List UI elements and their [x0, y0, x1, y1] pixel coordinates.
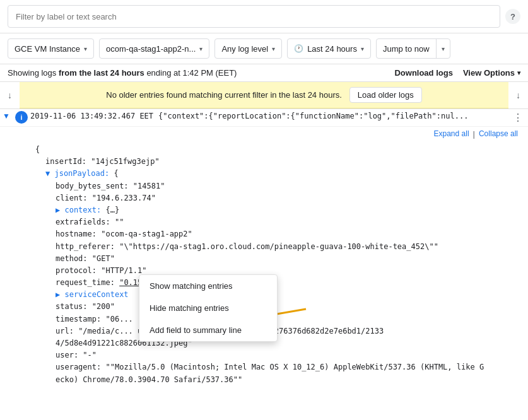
context-menu: Show matching entries Hide matching entr… [139, 274, 278, 342]
time-range-dropdown[interactable]: 🕐 Last 24 hours ▾ [287, 38, 371, 59]
context-menu-item-add-field[interactable]: Add field to summary line [139, 319, 277, 341]
method-row: method: "GET" [35, 253, 528, 265]
status-actions: Download logs View Options ▾ [394, 68, 520, 78]
resource-dropdown[interactable]: GCE VM Instance ▾ [8, 38, 94, 59]
context-row: ▶ context: {…} [35, 204, 528, 216]
separator: | [473, 129, 475, 139]
body-bytes-row: body_bytes_sent: "14581" [35, 180, 528, 192]
client-row: client: "194.6.233.74" [35, 192, 528, 204]
log-viewer: ↓ No older entries found matching curren… [0, 82, 528, 411]
resource-dropdown-arrow: ▾ [84, 45, 87, 52]
expand-collapse-bar: Expand all | Collapse all [5, 127, 528, 141]
log-timestamp: 2019-11-06 13:49:32.467 EET [30, 109, 158, 123]
view-options-link[interactable]: View Options ▾ [463, 68, 520, 78]
log-entry-row: ▼ i 2019-11-06 13:49:32.467 EET {"contex… [0, 109, 528, 127]
insert-id-row: insertId: "14jc51fwg3ejp" [35, 156, 528, 168]
banner-message: No older entries found matching current … [106, 90, 342, 100]
clock-icon: 🕐 [294, 44, 303, 53]
extrafields-row: extrafields: "" [35, 216, 528, 228]
log-brace-open: { [35, 144, 528, 156]
http-referer-row: http_referer: "\"https://qa-stag1.oro.cl… [35, 241, 528, 253]
collapse-all-link[interactable]: Collapse all [479, 129, 518, 139]
filter-bar: ? [0, 0, 528, 33]
service-context-row: ▶ serviceContext [35, 289, 528, 301]
json-payload-row: ▼ jsonPayload: { [35, 168, 528, 180]
expand-all-link[interactable]: Expand all [434, 129, 469, 139]
view-options-arrow: ▾ [517, 69, 520, 76]
protocol-row: protocol: "HTTP/1.1" [35, 265, 528, 277]
hostname-row: hostname: "ocom-qa-stag1-app2" [35, 228, 528, 240]
log-expanded-content: { insertId: "14jc51fwg3ejp" ▼ jsonPayloa… [5, 141, 528, 388]
banner-content: No older entries found matching current … [20, 82, 508, 108]
url-row: url: "/media/c... uct_gallery_main/b6d3b… [35, 325, 528, 337]
filter-input[interactable] [8, 5, 500, 28]
banner-down-arrow-right: ↓ [508, 90, 528, 100]
banner-down-arrow-left: ↓ [0, 90, 20, 100]
useragent-row: useragent: ""Mozilla/5.0 (Macintosh; Int… [35, 361, 528, 373]
log-level-icon: i [15, 111, 28, 124]
status-text: Showing logs from the last 24 hours endi… [8, 68, 237, 78]
download-logs-link[interactable]: Download logs [394, 68, 452, 78]
timestamp-row: timestamp: "06... [35, 313, 528, 325]
instance-dropdown[interactable]: ocom-qa-stag1-app2-n... ▾ [99, 38, 209, 59]
help-icon[interactable]: ? [505, 9, 520, 24]
log-level-arrow: ▾ [272, 45, 275, 52]
log-entry-menu[interactable]: ⋮ [508, 109, 528, 126]
log-level-dropdown[interactable]: Any log level ▾ [214, 38, 282, 59]
url-row-2: 4/5d8e4d91221c8826061132.jpeg" [35, 337, 528, 349]
log-entry-expand[interactable]: ▼ [0, 109, 13, 120]
dropdowns-row: GCE VM Instance ▾ ocom-qa-stag1-app2-n..… [0, 33, 528, 64]
status-bar: Showing logs from the last 24 hours endi… [0, 64, 528, 82]
status-highlight: from the last 24 hours [59, 68, 144, 78]
log-message: {"context":{"reportLocation":{"functionN… [158, 109, 508, 123]
time-range-arrow: ▾ [361, 45, 364, 52]
older-entries-banner: ↓ No older entries found matching curren… [0, 82, 528, 109]
jump-dropdown-arrow[interactable]: ▾ [436, 39, 450, 58]
useragent-row-2: ecko) Chrome/78.0.3904.70 Safari/537.36"… [35, 374, 528, 386]
context-menu-item-hide[interactable]: Hide matching entries [139, 297, 277, 319]
jump-now-button[interactable]: Jump to now ▾ [376, 38, 450, 59]
user-row: user: "-" [35, 349, 528, 361]
context-menu-item-show[interactable]: Show matching entries [139, 275, 277, 297]
instance-dropdown-arrow: ▾ [199, 45, 202, 52]
load-older-logs-button[interactable]: Load older logs [349, 87, 422, 103]
log-expanded-area: Expand all | Collapse all { insertId: "1… [0, 127, 528, 388]
status-row: status: "200" [35, 301, 528, 313]
request-time-row: request_time: "0.150" [35, 277, 528, 289]
